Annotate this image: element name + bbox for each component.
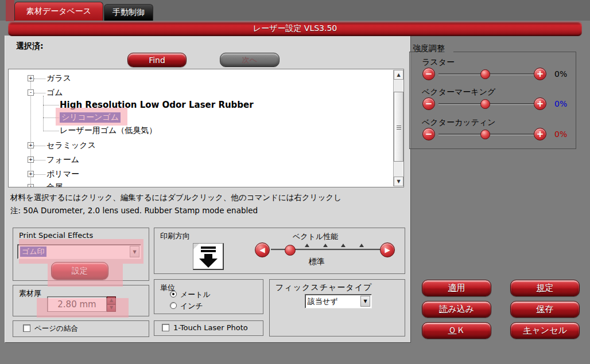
vector-perf-thumb[interactable] — [285, 245, 296, 256]
print-direction-icon[interactable] — [193, 243, 224, 270]
tree-connector — [34, 79, 45, 79]
vector-marking-label: ベクターマーキング — [422, 87, 495, 97]
annotation-highlight-thickness — [37, 298, 129, 318]
slider-tick — [305, 244, 309, 247]
fixture-title: フィックスチャータイプ — [275, 283, 372, 293]
unit-metric-label: メートル — [180, 289, 211, 300]
tab-material-database[interactable]: 素材データベース — [14, 2, 103, 21]
laser-settings-window: 素材データベース 手動制御 レーザー設定 VLS3.50 選択済: Find 次… — [0, 0, 590, 364]
unit-metric-radio[interactable] — [170, 291, 177, 298]
vector-cutting-plus-button[interactable]: + — [534, 128, 546, 140]
vector-cutting-value: 0% — [554, 130, 567, 139]
expand-icon[interactable]: + — [28, 184, 34, 187]
print-effects-title: Print Special Effects — [19, 231, 93, 240]
tree-item-polymer[interactable]: + ポリマー — [9, 169, 387, 180]
print-direction-title: 印刷方向 — [160, 231, 190, 241]
print-direction-group: 印刷方向 — [154, 228, 405, 274]
scroll-up-icon[interactable]: ▲ — [394, 70, 403, 80]
load-button[interactable]: 読み込み — [422, 301, 491, 318]
vector-cutting-minus-button[interactable]: − — [422, 128, 435, 140]
vector-marking-minus-button[interactable]: − — [422, 97, 435, 110]
material-tree[interactable]: + ガラス - ゴム High Resolution Low Odor Lase… — [8, 69, 404, 187]
tree-connector — [34, 160, 45, 161]
merge-pages-label: ページの結合 — [34, 324, 78, 334]
tree-connector — [34, 146, 45, 146]
vector-perf-value: 標準 — [309, 257, 325, 267]
tree-item-metal[interactable]: + 金属 — [9, 182, 387, 187]
groupbox-border — [453, 52, 576, 52]
unit-inch-label: インチ — [180, 301, 203, 311]
vector-cutting-slider-thumb[interactable] — [480, 130, 490, 139]
vector-marking-slider-thumb[interactable] — [480, 99, 490, 109]
vector-cutting-label: ベクターカッティン — [422, 118, 496, 128]
tree-connector — [43, 105, 59, 105]
vector-perf-right-button[interactable]: ▶ — [380, 242, 395, 257]
merge-pages-group — [13, 320, 149, 337]
default-button[interactable]: 規定 — [510, 280, 580, 296]
red-edge-decor — [6, 0, 14, 21]
raster-plus-button[interactable]: + — [534, 68, 546, 80]
slider-tick — [323, 244, 328, 247]
vector-marking-plus-button[interactable]: + — [534, 97, 546, 110]
annotation-highlight-dropdown — [19, 239, 143, 264]
vector-perf-left-button[interactable]: ◀ — [255, 242, 270, 257]
apply-button[interactable]: 適用 — [422, 280, 491, 296]
tree-item-ceramics[interactable]: + セラミックス — [9, 140, 387, 151]
one-touch-label: 1-Touch Laser Photo — [173, 323, 248, 332]
tree-scrollbar[interactable]: ▲ ▼ — [393, 70, 403, 186]
vector-perf-title: ベクトル性能 — [293, 232, 338, 242]
tree-connector — [43, 131, 59, 131]
cancel-button[interactable]: キャンセル — [510, 322, 580, 339]
scrollbar-thumb[interactable] — [394, 92, 403, 162]
raster-slider-thumb[interactable] — [480, 69, 490, 79]
fixture-dropdown[interactable]: 該当せず ▼ — [305, 294, 372, 308]
merge-pages-checkbox[interactable] — [23, 324, 30, 332]
tree-item-rubber[interactable]: - ゴム — [9, 87, 387, 99]
collapse-icon[interactable]: - — [28, 89, 34, 96]
tree-item-glass[interactable]: + ガラス — [9, 73, 387, 84]
dialog-title: レーザー設定 VLS3.50 — [8, 21, 582, 36]
slider-tick — [359, 244, 364, 247]
selected-label: 選択済: — [16, 41, 44, 52]
save-button[interactable]: 保存 — [510, 301, 580, 318]
one-touch-checkbox[interactable] — [162, 324, 169, 331]
tree-connector — [34, 93, 45, 93]
note-text: 注: 50A Durometer, 2.0 lens used. Rubber … — [10, 206, 412, 216]
expand-icon[interactable]: + — [28, 156, 34, 163]
groupbox-border — [409, 52, 416, 52]
raster-minus-button[interactable]: − — [422, 68, 435, 80]
expand-icon[interactable]: + — [28, 142, 34, 148]
tab-manual-control[interactable]: 手動制御 — [104, 4, 153, 21]
find-button[interactable]: Find — [127, 53, 187, 67]
next-button[interactable]: 次へ — [220, 53, 280, 67]
raster-label: ラスター — [422, 57, 455, 68]
tree-item-laser-rubber[interactable]: レーザー用ゴム（低臭気） — [9, 125, 387, 136]
raster-value: 0% — [554, 69, 567, 79]
tree-connector — [34, 174, 45, 175]
annotation-highlight-settings — [48, 264, 123, 287]
expand-icon[interactable]: + — [28, 171, 34, 177]
thickness-title: 素材厚 — [19, 288, 41, 299]
unit-inch-radio[interactable] — [170, 302, 177, 309]
ok-button[interactable]: ＯＫ — [422, 322, 491, 339]
annotation-highlight-silicone — [56, 108, 127, 126]
tree-item-foam[interactable]: + フォーム — [9, 154, 387, 166]
scroll-down-icon[interactable]: ▼ — [394, 177, 403, 186]
vector-marking-value: 0% — [554, 99, 567, 108]
slider-tick — [341, 244, 346, 247]
hint-text: 材料を選択するにはクリック、編集するにはダブルクリック、他のコマンドには右クリッ… — [10, 193, 412, 203]
dropdown-arrow-icon[interactable]: ▼ — [360, 296, 370, 307]
expand-icon[interactable]: + — [28, 75, 34, 81]
